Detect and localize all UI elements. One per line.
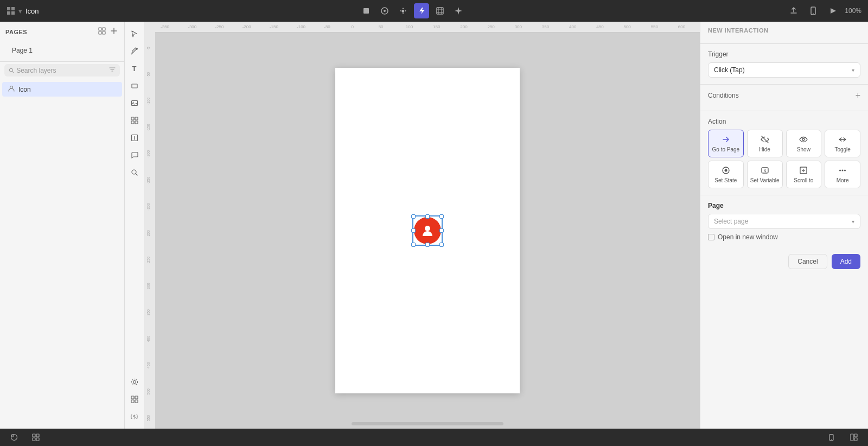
svg-text:-250: -250 <box>215 25 224 30</box>
rect-tool[interactable] <box>127 78 142 93</box>
svg-text:-200: -200 <box>242 25 252 30</box>
more-action[interactable]: More <box>825 161 860 188</box>
svg-point-70 <box>425 226 430 231</box>
tool-frame[interactable] <box>432 3 448 18</box>
bottom-settings-button[interactable] <box>7 430 22 445</box>
svg-rect-13 <box>99 31 101 34</box>
layer-item[interactable]: Icon <box>2 82 122 97</box>
comment-tool[interactable] <box>127 148 142 163</box>
go-to-page-action[interactable]: Go to Page <box>708 130 744 157</box>
dropdown-arrow[interactable]: ▾ <box>18 7 22 15</box>
hide-action[interactable]: Hide <box>747 130 783 157</box>
ruler-row: -350 -300 -250 -200 -150 -100 -50 0 50 1… <box>144 22 700 33</box>
fit-page-button[interactable] <box>97 26 107 37</box>
svg-rect-21 <box>131 117 134 120</box>
svg-text:550: 550 <box>146 415 150 422</box>
cursor-tool[interactable] <box>127 26 142 41</box>
info-tool[interactable] <box>127 130 142 145</box>
toolbar-right: 100% <box>786 3 861 18</box>
tool-move[interactable] <box>395 3 411 18</box>
ruler-horizontal: -350 -300 -250 -200 -150 -100 -50 0 50 1… <box>155 22 700 33</box>
svg-text:250: 250 <box>146 257 150 263</box>
component-tool[interactable] <box>127 113 142 128</box>
svg-rect-85 <box>36 438 39 441</box>
open-new-window-row: Open in new window <box>708 233 860 241</box>
variable-tool[interactable]: {$} <box>127 409 142 424</box>
svg-text:-100: -100 <box>297 25 306 30</box>
filter-button[interactable] <box>109 66 116 74</box>
svg-text:450: 450 <box>596 25 604 30</box>
open-new-window-checkbox[interactable] <box>708 234 714 240</box>
icon-element[interactable] <box>414 217 441 244</box>
pen-tool[interactable] <box>127 43 142 59</box>
svg-rect-89 <box>854 434 857 437</box>
svg-text:250: 250 <box>487 25 495 30</box>
page-item[interactable]: Page 1 <box>7 44 118 57</box>
svg-rect-1 <box>11 7 15 10</box>
svg-rect-83 <box>36 434 39 437</box>
svg-text:-300: -300 <box>146 203 150 211</box>
play-button[interactable] <box>825 3 840 18</box>
layers-list: Icon <box>0 80 124 429</box>
add-button[interactable]: Add <box>832 254 860 269</box>
add-condition-button[interactable]: + <box>856 91 860 100</box>
canvas-viewport[interactable] <box>155 33 700 429</box>
svg-rect-2 <box>7 11 10 15</box>
add-page-button[interactable] <box>109 26 119 37</box>
set-state-action[interactable]: Set State <box>708 161 744 188</box>
toggle-action[interactable]: Toggle <box>825 130 860 157</box>
set-variable-action[interactable]: $ Set Variable <box>747 161 783 188</box>
svg-rect-23 <box>131 121 134 124</box>
variable-icon: {$} <box>130 414 138 419</box>
search-layers-box <box>4 64 120 77</box>
export-button[interactable] <box>786 3 801 18</box>
svg-text:300: 300 <box>146 283 150 289</box>
tool-target[interactable] <box>377 3 392 18</box>
trigger-dropdown[interactable]: Click (Tap) ▾ <box>708 62 860 78</box>
select-page-value: Select page <box>714 218 748 225</box>
svg-rect-29 <box>131 396 134 399</box>
search-tool[interactable] <box>127 165 142 180</box>
scroll-to-action[interactable]: Scroll to <box>786 161 822 188</box>
canvas-area[interactable]: -350 -300 -250 -200 -150 -100 -50 0 50 1… <box>144 22 700 429</box>
bottom-layout-button[interactable] <box>846 430 861 445</box>
page-section: Page Select page ▾ Open in new window <box>700 195 868 247</box>
handle-bottom-left[interactable] <box>411 243 416 247</box>
tool-sparkle[interactable] <box>451 3 466 18</box>
svg-point-71 <box>802 138 805 141</box>
image-tool[interactable] <box>127 95 142 111</box>
svg-rect-11 <box>99 28 101 30</box>
tool-stop[interactable] <box>359 3 374 18</box>
handle-top-right[interactable] <box>439 214 444 219</box>
handle-bottom-right[interactable] <box>439 243 444 247</box>
svg-point-10 <box>813 13 814 14</box>
bottom-grid-button[interactable] <box>28 430 43 445</box>
page-name: Icon <box>25 7 39 15</box>
bottom-bar-right <box>825 430 861 445</box>
app-logo[interactable] <box>7 7 15 15</box>
set-state-label: Set State <box>714 177 737 183</box>
svg-text:550: 550 <box>651 25 659 30</box>
settings-tool[interactable] <box>127 374 142 390</box>
bottom-preview-button[interactable] <box>825 430 840 445</box>
svg-rect-88 <box>851 434 853 441</box>
svg-text:-150: -150 <box>270 25 279 30</box>
svg-text:-50: -50 <box>324 25 330 30</box>
select-page-dropdown[interactable]: Select page ▾ <box>708 214 860 229</box>
scrollbar-horizontal[interactable] <box>352 422 503 425</box>
search-layers-input[interactable] <box>16 67 107 74</box>
svg-text:0: 0 <box>351 25 354 30</box>
canvas-content[interactable]: -5 -50 -100 -150 -200 -250 -300 200 250 … <box>144 33 700 429</box>
show-action[interactable]: Show <box>786 130 822 157</box>
grid-tool[interactable] <box>127 392 142 407</box>
svg-text:-5: -5 <box>146 47 150 50</box>
page-item-name: Page 1 <box>12 47 33 54</box>
tool-lightning[interactable] <box>414 3 429 18</box>
pages-list: Page 1 <box>0 42 124 59</box>
text-tool[interactable]: T <box>127 61 142 76</box>
handle-top-left[interactable] <box>411 214 416 219</box>
cancel-button[interactable]: Cancel <box>788 254 827 269</box>
preview-device-button[interactable] <box>806 3 821 18</box>
canvas-element-icon[interactable] <box>414 217 441 244</box>
trigger-chevron-icon: ▾ <box>852 67 854 73</box>
